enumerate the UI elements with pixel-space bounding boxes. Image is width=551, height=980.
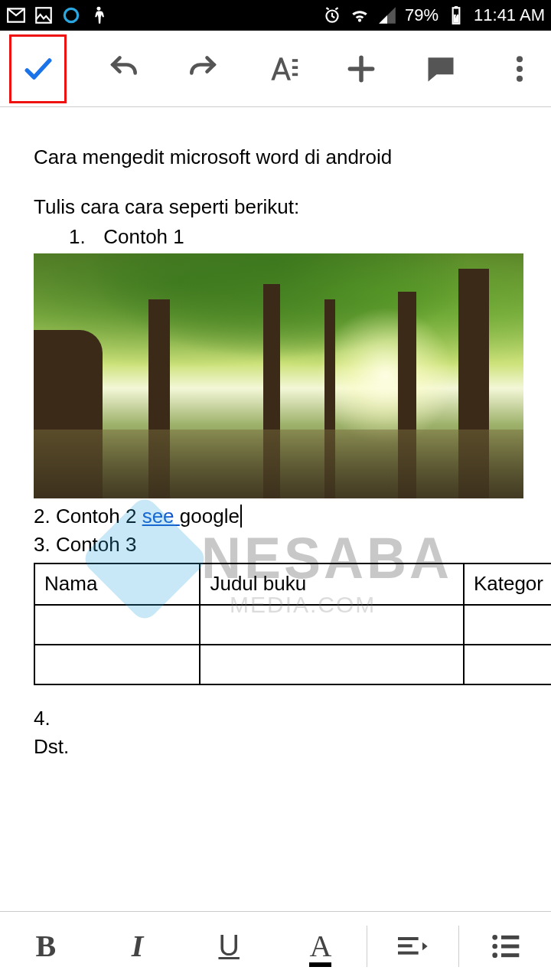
svg-rect-19 xyxy=(501,944,519,948)
document-canvas[interactable]: Cara mengedit microsoft word di android … xyxy=(0,107,551,911)
list-item-2-prefix: 2. Contoh 2 xyxy=(34,505,142,528)
table-cell[interactable] xyxy=(464,645,551,684)
battery-percent: 79% xyxy=(405,5,439,25)
table-header-row: Nama Judul buku Kategor xyxy=(34,564,551,604)
svg-rect-9 xyxy=(292,73,298,76)
editor-toolbar xyxy=(0,31,551,107)
document-table[interactable]: Nama Judul buku Kategor xyxy=(34,563,551,684)
bulleted-list-button[interactable] xyxy=(459,912,551,980)
svg-point-2 xyxy=(97,7,101,11)
svg-point-10 xyxy=(517,56,523,62)
svg-rect-13 xyxy=(398,937,419,940)
table-cell[interactable] xyxy=(200,605,463,645)
svg-rect-15 xyxy=(398,951,419,954)
svg-rect-14 xyxy=(398,944,412,947)
svg-rect-5 xyxy=(455,6,458,8)
svg-rect-17 xyxy=(501,935,519,939)
mail-icon xyxy=(6,5,26,25)
table-row xyxy=(34,605,551,645)
svg-rect-8 xyxy=(292,66,298,69)
image-icon xyxy=(34,5,54,25)
accept-button[interactable] xyxy=(9,34,67,103)
dst-line[interactable]: Dst. xyxy=(34,733,523,760)
list-item-1-number: 1. xyxy=(69,224,98,250)
svg-rect-7 xyxy=(292,59,298,62)
embedded-image-forest[interactable] xyxy=(34,253,523,498)
paragraph-align-button[interactable] xyxy=(367,912,459,980)
overflow-menu-button[interactable] xyxy=(498,42,543,96)
list-item-4[interactable]: 4. xyxy=(34,705,523,732)
svg-point-16 xyxy=(493,935,498,940)
text-format-button[interactable] xyxy=(260,42,305,96)
hyperlink-see[interactable]: see xyxy=(142,505,180,528)
wifi-icon xyxy=(350,5,370,25)
table-cell[interactable] xyxy=(34,605,200,645)
list-item-2[interactable]: 2. Contoh 2 see google xyxy=(34,503,523,530)
table-header-cell[interactable]: Nama xyxy=(34,564,200,604)
table-row xyxy=(34,645,551,684)
cortana-icon xyxy=(61,5,81,25)
svg-point-1 xyxy=(64,8,77,21)
alarm-icon xyxy=(322,5,342,25)
format-toolbar: B I U A xyxy=(0,911,551,980)
table-cell[interactable] xyxy=(464,605,551,645)
svg-point-18 xyxy=(493,943,498,949)
insert-button[interactable] xyxy=(340,42,384,96)
svg-rect-21 xyxy=(501,953,519,957)
android-status-bar: 79% 11:41 AM xyxy=(0,0,551,31)
clock-time: 11:41 AM xyxy=(474,5,545,25)
redo-button[interactable] xyxy=(181,42,226,96)
cell-signal-icon xyxy=(377,5,397,25)
list-item-1[interactable]: 1. Contoh 1 xyxy=(69,224,523,250)
pedestrian-icon xyxy=(89,5,109,25)
list-item-3[interactable]: 3. Contoh 3 xyxy=(34,531,523,558)
svg-point-20 xyxy=(493,952,498,958)
table-cell[interactable] xyxy=(34,645,200,684)
table-header-cell[interactable]: Judul buku xyxy=(200,564,463,604)
text-color-button[interactable]: A xyxy=(275,912,367,980)
svg-point-12 xyxy=(517,75,523,81)
list-item-2-after: google xyxy=(180,505,242,528)
underline-button[interactable]: U xyxy=(183,912,275,980)
table-cell[interactable] xyxy=(200,645,463,684)
bold-button[interactable]: B xyxy=(0,912,92,980)
undo-button[interactable] xyxy=(102,42,146,96)
battery-charging-icon xyxy=(446,5,466,25)
doc-title-line[interactable]: Cara mengedit microsoft word di android xyxy=(34,144,523,171)
comment-button[interactable] xyxy=(419,42,463,96)
doc-intro-line[interactable]: Tulis cara cara seperti berikut: xyxy=(34,194,523,220)
italic-button[interactable]: I xyxy=(92,912,184,980)
table-header-cell[interactable]: Kategor xyxy=(464,564,551,604)
svg-point-11 xyxy=(517,65,523,71)
list-item-1-text: Contoh 1 xyxy=(103,225,184,248)
